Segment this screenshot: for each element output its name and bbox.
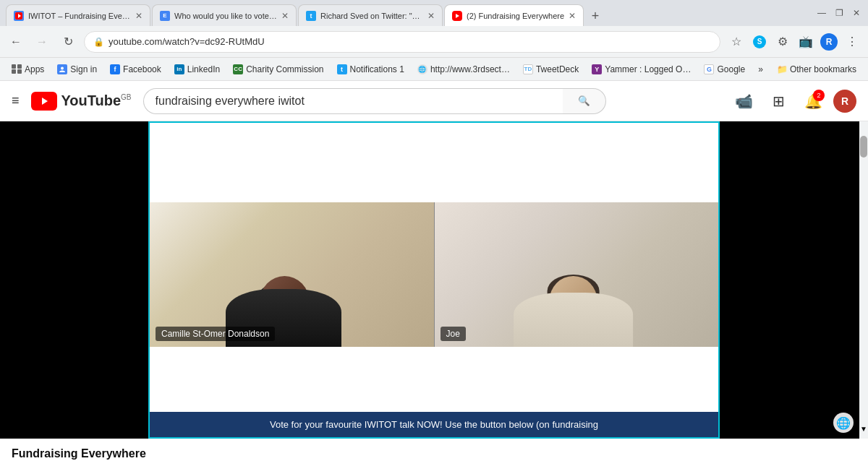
bookmark-notifications-label: Notifications 1 (350, 64, 404, 74)
charity-favicon: CC (233, 64, 243, 74)
person-right-container (493, 202, 652, 347)
youtube-camera-button[interactable]: 📹 (729, 87, 758, 116)
other-bookmarks[interactable]: 📁 Other bookmarks (771, 61, 862, 77)
bookmark-yammer[interactable]: Y Yammer : Logged O… (586, 61, 697, 77)
youtube-header-right: 📹 ⊞ 🔔 2 R (729, 87, 856, 116)
video-grid: Camille St-Omer Donaldson (150, 202, 718, 347)
youtube-logo-icon (31, 92, 57, 111)
participant-right: ALe✓ Joe (435, 202, 719, 347)
browser-tab-1[interactable]: IWITOT – Fundraising Everywhere × ✕ (6, 4, 150, 26)
camera-icon: 📹 (735, 92, 753, 110)
close-button[interactable]: ✕ (851, 8, 862, 18)
participant-label-right: Joe (441, 327, 466, 341)
youtube-apps-button[interactable]: ⊞ (764, 87, 793, 116)
banner-text: Vote for your favourite IWITOT talk NOW!… (270, 419, 598, 430)
translate-icon[interactable]: 🌐 (833, 413, 854, 433)
avatar-letter: R (841, 95, 848, 107)
bookmark-facebook-label: Facebook (123, 64, 161, 74)
globe-favicon: 🌐 (417, 64, 427, 74)
person-left-container (204, 202, 363, 347)
bookmark-apps[interactable]: Apps (6, 61, 50, 77)
forward-button[interactable]: → (32, 32, 52, 52)
bookmark-google-label: Google (717, 64, 745, 74)
new-tab-button[interactable]: + (585, 6, 605, 26)
body-right (514, 293, 633, 347)
tab-favicon-4 (452, 11, 462, 21)
linkedin-favicon: in (174, 64, 184, 74)
minimize-button[interactable]: — (816, 8, 827, 18)
participant-left: Camille St-Omer Donaldson (150, 202, 434, 347)
browser-tab-2[interactable]: E Who would you like to vote for? ✕ (152, 4, 297, 26)
tab-title-3: Richard Sved on Twitter: "Now it… (320, 12, 423, 20)
youtube-search-input[interactable] (143, 88, 563, 114)
bookmark-tweetdeck[interactable]: TD TweetDeck (517, 61, 584, 77)
page-content: ≡ YouTubeGB 🔍 📹 ⊞ (0, 81, 868, 461)
bookmark-facebook[interactable]: f Facebook (104, 61, 167, 77)
maximize-button[interactable]: ❐ (833, 8, 845, 18)
bookmark-3rdsect[interactable]: 🌐 http://www.3rdsect… (412, 61, 516, 77)
tab-close-2[interactable]: ✕ (281, 11, 289, 21)
scrollbar-thumb[interactable] (860, 136, 867, 158)
youtube-logo[interactable]: YouTubeGB (31, 92, 132, 111)
refresh-button[interactable]: ↻ (58, 32, 78, 52)
youtube-search-button[interactable]: 🔍 (563, 88, 606, 114)
bookmark-star-button[interactable]: ☆ (726, 32, 746, 52)
svg-marker-2 (456, 14, 459, 18)
bookmark-3rdsect-label: http://www.3rdsect… (430, 64, 510, 74)
profile-icon: R (820, 33, 838, 51)
signin-icon (57, 64, 67, 74)
tab-close-3[interactable]: ✕ (427, 11, 435, 21)
tab-favicon-1 (14, 11, 24, 21)
bookmark-tweetdeck-label: TweetDeck (536, 64, 579, 74)
hamburger-icon: ≡ (12, 93, 20, 108)
cast-button[interactable]: 📺 (796, 32, 816, 52)
youtube-menu-button[interactable]: ≡ (12, 93, 20, 108)
bookmark-signin[interactable]: Sign in (51, 61, 103, 77)
search-icon: 🔍 (578, 95, 590, 106)
browser-tab-4[interactable]: (2) Fundraising Everywhere ✕ (444, 4, 584, 26)
extensions-button[interactable]: ⚙ (773, 32, 793, 52)
bookmark-google[interactable]: G Google (698, 61, 751, 77)
bookmark-charity[interactable]: CC Charity Commission (227, 61, 329, 77)
yammer-favicon: Y (592, 64, 602, 74)
video-bottom-padding (150, 347, 718, 412)
youtube-logo-text: YouTubeGB (61, 92, 132, 109)
video-banner: Vote for your favourite IWITOT talk NOW!… (150, 412, 718, 437)
bookmark-more[interactable]: » (752, 61, 769, 77)
bookmark-notifications[interactable]: t Notifications 1 (331, 61, 410, 77)
scrollbar[interactable]: ▼ (859, 121, 868, 439)
bookmark-signin-label: Sign in (70, 64, 97, 74)
tab-title-1: IWITOT – Fundraising Everywhere × (28, 12, 131, 20)
youtube-search-container: 🔍 (143, 88, 606, 114)
google-favicon: G (704, 64, 714, 74)
tab-favicon-2: E (160, 11, 170, 21)
twitter-favicon: t (337, 64, 347, 74)
tweetdeck-favicon: TD (523, 64, 533, 74)
video-player[interactable]: Camille St-Omer Donaldson (148, 121, 720, 439)
bookmarks-bar: Apps Sign in f Facebook in LinkedIn CC C… (0, 58, 868, 81)
bookmark-yammer-label: Yammer : Logged O… (605, 64, 691, 74)
chrome-menu-button[interactable]: ⋮ (842, 32, 862, 52)
back-button[interactable]: ← (6, 32, 26, 52)
youtube-country: GB (121, 93, 131, 101)
browser-tab-3[interactable]: t Richard Sved on Twitter: "Now it… ✕ (298, 4, 443, 26)
youtube-content: Camille St-Omer Donaldson (0, 121, 868, 461)
skype-button[interactable]: S (749, 32, 770, 52)
youtube-notifications-button[interactable]: 🔔 2 (799, 87, 827, 116)
tab-close-4[interactable]: ✕ (569, 11, 576, 21)
youtube-avatar[interactable]: R (833, 90, 856, 113)
tab-favicon-3: t (306, 11, 316, 21)
facebook-favicon: f (110, 64, 120, 74)
address-bar[interactable]: 🔒 youtube.com/watch?v=dc92-RUtMdU (84, 31, 720, 53)
video-title: Fundraising Everywhere (12, 447, 856, 460)
refresh-icon: ↻ (64, 35, 73, 48)
bookmark-charity-label: Charity Commission (246, 64, 323, 74)
address-text: youtube.com/watch?v=dc92-RUtMdU (109, 36, 711, 47)
tab-close-1[interactable]: ✕ (135, 11, 142, 21)
apps-icon (12, 64, 22, 74)
apps-grid-icon: ⊞ (773, 92, 785, 110)
video-wrapper: Camille St-Omer Donaldson (0, 121, 868, 439)
video-top-padding (150, 123, 718, 202)
profiles-button[interactable]: R (819, 32, 839, 52)
bookmark-linkedin[interactable]: in LinkedIn (169, 61, 226, 77)
